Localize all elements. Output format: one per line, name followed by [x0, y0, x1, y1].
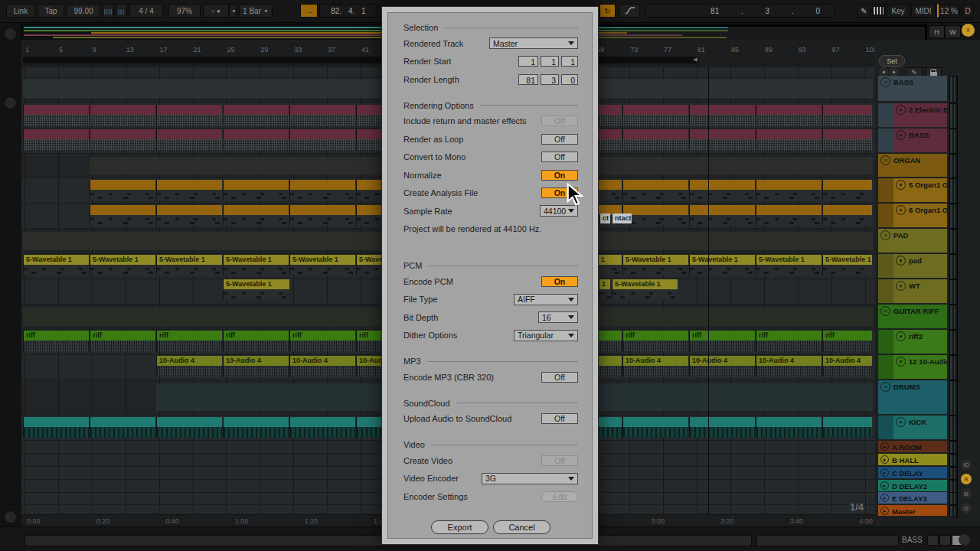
clip-10-audio-4[interactable]: 10-Audio 4	[156, 356, 222, 377]
clip-5-wavetable-1[interactable]: 5-Wavetable 1	[822, 255, 872, 276]
bit-depth-select[interactable]: 16	[538, 311, 578, 323]
track-fold-icon[interactable]: ▾	[896, 417, 906, 427]
clip-riff[interactable]: riff	[90, 331, 155, 351]
clip-audio[interactable]	[289, 417, 355, 438]
track-header-master[interactable]: ▸Master	[878, 505, 947, 516]
clip-ntact[interactable]: ntact	[612, 214, 632, 223]
nudge-down-button[interactable]: ||||	[103, 4, 114, 18]
clip-audio[interactable]	[622, 417, 688, 438]
track-header-bass[interactable]: ≡BASS	[878, 76, 947, 101]
cancel-button[interactable]: Cancel	[493, 520, 550, 534]
clip-audio[interactable]	[289, 180, 355, 201]
track-header-pad[interactable]: ≡PAD	[878, 229, 947, 253]
clip-5-wavetable-1[interactable]: 5-Wavetable 1	[622, 255, 688, 276]
clip-audio[interactable]	[689, 129, 755, 151]
play-icon[interactable]: ▸	[880, 455, 889, 464]
clip-riff[interactable]: riff	[756, 331, 822, 351]
clip-10-audio-4[interactable]: 10-Audio 4	[622, 356, 688, 377]
tap-button[interactable]: Tap	[38, 4, 64, 18]
track-header-b-hall[interactable]: ▸B HALL	[878, 454, 947, 465]
clip-riff[interactable]: riff	[822, 331, 872, 351]
render-length-value[interactable]: 81	[518, 74, 538, 85]
track-header-e-delay3[interactable]: ▸E DELAY3	[878, 492, 947, 504]
clip-audio[interactable]	[156, 129, 222, 151]
clip-audio[interactable]	[756, 417, 822, 438]
clip-audio[interactable]	[689, 180, 755, 201]
clip-audio[interactable]	[822, 205, 872, 226]
track-header-organ[interactable]: ≡ORGAN	[878, 154, 947, 177]
track-header-bass[interactable]: ▾BASS	[893, 129, 947, 152]
clip-audio[interactable]	[90, 180, 155, 201]
play-icon[interactable]: ▸	[880, 481, 889, 490]
clip-audio[interactable]	[223, 205, 289, 226]
track-header-drums[interactable]: ≡DRUMS	[878, 380, 947, 414]
clip-audio[interactable]	[156, 180, 222, 201]
link-button[interactable]: Link	[6, 4, 35, 18]
track-header-riff2[interactable]: ▾riff2	[893, 330, 947, 354]
encode-mp3-cbr-320-toggle[interactable]: Off	[541, 372, 578, 383]
clip-audio[interactable]	[622, 105, 688, 126]
device-view-icon[interactable]	[939, 535, 951, 546]
clip-audio[interactable]	[756, 105, 822, 126]
group-unfold-icon[interactable]: ≡	[880, 77, 890, 87]
export-button[interactable]: Export	[431, 520, 488, 534]
clip-5-wavetable-1[interactable]: 5-Wavetable 1	[90, 255, 155, 276]
normalize-toggle[interactable]: On	[541, 170, 578, 181]
key-map-button[interactable]: Key	[887, 4, 910, 18]
metronome-menu-caret[interactable]: ▼	[229, 4, 237, 18]
track-fold-icon[interactable]: ▾	[896, 105, 906, 115]
clip-audio[interactable]	[622, 180, 688, 201]
horizontal-scrollbar-right[interactable]	[756, 535, 899, 546]
convert-to-mono-toggle[interactable]: Off	[541, 152, 578, 162]
track-fold-icon[interactable]: ▾	[896, 130, 906, 140]
clip-riff[interactable]: riff	[289, 331, 355, 351]
track-fold-icon[interactable]: ▾	[896, 281, 906, 291]
rendered-track-select[interactable]: Master	[489, 37, 578, 49]
track-header-guitar-riff[interactable]: ≡GUITAR RIFF	[878, 305, 947, 328]
upload-audio-to-soundcloud-toggle[interactable]: Off	[541, 413, 578, 424]
clip-audio[interactable]	[289, 129, 355, 151]
track-header-6-organ1-old[interactable]: ▾6 Organ1 Old	[893, 204, 947, 227]
track-header-c-delay[interactable]: ▸C DELAY	[878, 467, 947, 478]
render-start-value[interactable]: 1	[561, 56, 578, 67]
clip-audio[interactable]	[223, 129, 289, 151]
clip-audio[interactable]	[90, 417, 155, 438]
hamburger-menu-icon[interactable]: ≡	[962, 24, 975, 37]
clip-10-audio-4[interactable]: 10-Audio 4	[289, 356, 355, 377]
track-header-d-delay2[interactable]: ▸D DELAY2	[878, 480, 947, 491]
track-header-2-electric-bas[interactable]: ▾2 Electric Bas	[893, 103, 947, 127]
clip-5-wavetable-1[interactable]: 5-Wavetable 1	[156, 255, 222, 276]
group-unfold-icon[interactable]: ≡	[880, 382, 890, 392]
clip-10-audio-4[interactable]: 10-Audio 4	[689, 356, 755, 377]
clip-audio[interactable]	[756, 129, 822, 151]
clip-5-wavetable-1[interactable]: 5-Wavetable 1	[223, 255, 289, 276]
play-icon[interactable]: ▸	[880, 468, 889, 477]
render-length-value[interactable]: 3	[541, 74, 559, 85]
set-button[interactable]: Set	[879, 55, 905, 67]
groove-amount-field[interactable]: 97%	[168, 4, 201, 18]
clip-10-audio-4[interactable]: 10-Audio 4	[223, 356, 289, 377]
render-as-loop-toggle[interactable]: Off	[541, 134, 578, 145]
play-icon[interactable]: ▸	[880, 507, 889, 515]
track-header-a-room[interactable]: ▸A ROOM	[878, 441, 947, 452]
arrangement-position-display[interactable]: 82. 4. 1	[319, 4, 377, 18]
track-header-5-organ1-old[interactable]: ▾5 Organ1 Old	[893, 178, 947, 202]
play-icon[interactable]: ▸	[880, 442, 889, 451]
clip-5-wavetable-1[interactable]: 5-Wavetable 1	[23, 255, 89, 276]
dither-options-select[interactable]: Triangular	[514, 330, 578, 341]
clip-1[interactable]: 1	[599, 279, 610, 300]
nudge-up-button[interactable]: |||	[116, 4, 127, 18]
video-encoder-select[interactable]: 3G	[482, 473, 578, 484]
render-length-value[interactable]: 0	[561, 74, 578, 85]
clip-view-icon[interactable]	[927, 535, 939, 546]
loop-position-display[interactable]: 81 . 3 . 0	[645, 4, 835, 18]
render-length-fields[interactable]: 8130	[518, 74, 578, 85]
clip-audio[interactable]	[23, 105, 89, 126]
optimize-width-button[interactable]: W	[945, 25, 961, 38]
clip-audio[interactable]	[90, 105, 155, 126]
clip-audio[interactable]	[23, 129, 89, 151]
clip-audio[interactable]	[156, 417, 222, 438]
clip-audio[interactable]	[289, 205, 355, 226]
encode-pcm-toggle[interactable]: On	[541, 276, 578, 287]
clip-audio[interactable]	[689, 105, 755, 126]
